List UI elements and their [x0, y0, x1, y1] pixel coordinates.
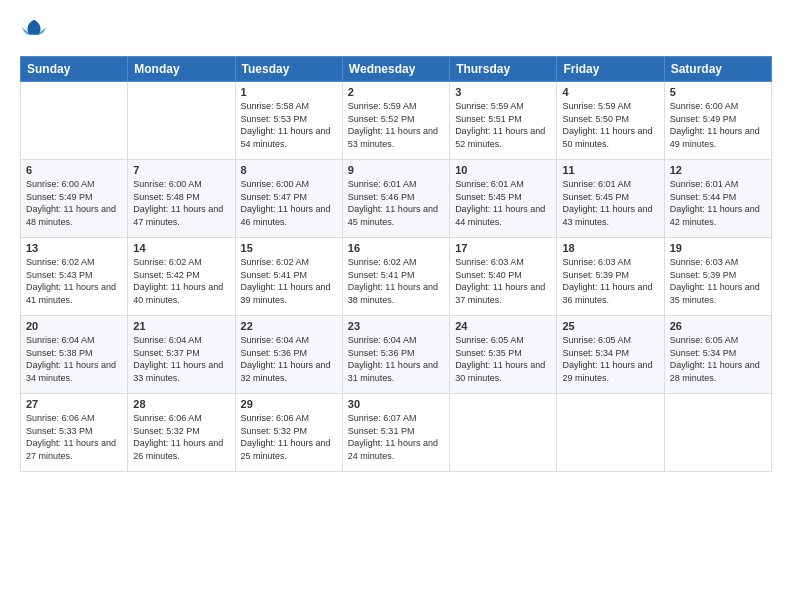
calendar-cell: 3 Sunrise: 5:59 AMSunset: 5:51 PMDayligh…: [450, 82, 557, 160]
calendar-cell: 10 Sunrise: 6:01 AMSunset: 5:45 PMDaylig…: [450, 160, 557, 238]
day-number: 29: [241, 398, 337, 410]
calendar-header-thursday: Thursday: [450, 57, 557, 82]
cell-sunrise: Sunrise: 6:06 AMSunset: 5:32 PMDaylight:…: [133, 413, 223, 461]
calendar-cell: 27 Sunrise: 6:06 AMSunset: 5:33 PMDaylig…: [21, 394, 128, 472]
day-number: 16: [348, 242, 444, 254]
cell-sunrise: Sunrise: 6:05 AMSunset: 5:34 PMDaylight:…: [562, 335, 652, 383]
day-number: 24: [455, 320, 551, 332]
day-number: 12: [670, 164, 766, 176]
cell-sunrise: Sunrise: 5:58 AMSunset: 5:53 PMDaylight:…: [241, 101, 331, 149]
calendar-cell: [21, 82, 128, 160]
day-number: 11: [562, 164, 658, 176]
cell-sunrise: Sunrise: 6:01 AMSunset: 5:45 PMDaylight:…: [455, 179, 545, 227]
calendar-header-friday: Friday: [557, 57, 664, 82]
cell-sunrise: Sunrise: 6:02 AMSunset: 5:41 PMDaylight:…: [241, 257, 331, 305]
day-number: 5: [670, 86, 766, 98]
cell-sunrise: Sunrise: 6:02 AMSunset: 5:43 PMDaylight:…: [26, 257, 116, 305]
calendar-cell: 17 Sunrise: 6:03 AMSunset: 5:40 PMDaylig…: [450, 238, 557, 316]
day-number: 26: [670, 320, 766, 332]
calendar-cell: 18 Sunrise: 6:03 AMSunset: 5:39 PMDaylig…: [557, 238, 664, 316]
day-number: 4: [562, 86, 658, 98]
cell-sunrise: Sunrise: 6:01 AMSunset: 5:46 PMDaylight:…: [348, 179, 438, 227]
calendar-week-2: 6 Sunrise: 6:00 AMSunset: 5:49 PMDayligh…: [21, 160, 772, 238]
calendar-header-saturday: Saturday: [664, 57, 771, 82]
day-number: 18: [562, 242, 658, 254]
cell-sunrise: Sunrise: 6:06 AMSunset: 5:32 PMDaylight:…: [241, 413, 331, 461]
calendar-cell: [450, 394, 557, 472]
calendar-week-3: 13 Sunrise: 6:02 AMSunset: 5:43 PMDaylig…: [21, 238, 772, 316]
day-number: 3: [455, 86, 551, 98]
cell-sunrise: Sunrise: 5:59 AMSunset: 5:52 PMDaylight:…: [348, 101, 438, 149]
cell-sunrise: Sunrise: 6:04 AMSunset: 5:36 PMDaylight:…: [348, 335, 438, 383]
cell-sunrise: Sunrise: 6:04 AMSunset: 5:38 PMDaylight:…: [26, 335, 116, 383]
calendar-cell: 15 Sunrise: 6:02 AMSunset: 5:41 PMDaylig…: [235, 238, 342, 316]
calendar-cell: 6 Sunrise: 6:00 AMSunset: 5:49 PMDayligh…: [21, 160, 128, 238]
calendar-cell: 1 Sunrise: 5:58 AMSunset: 5:53 PMDayligh…: [235, 82, 342, 160]
header: [20, 18, 772, 46]
calendar-cell: 21 Sunrise: 6:04 AMSunset: 5:37 PMDaylig…: [128, 316, 235, 394]
calendar-cell: 14 Sunrise: 6:02 AMSunset: 5:42 PMDaylig…: [128, 238, 235, 316]
day-number: 19: [670, 242, 766, 254]
day-number: 2: [348, 86, 444, 98]
cell-sunrise: Sunrise: 6:03 AMSunset: 5:39 PMDaylight:…: [562, 257, 652, 305]
cell-sunrise: Sunrise: 6:01 AMSunset: 5:45 PMDaylight:…: [562, 179, 652, 227]
calendar-cell: 13 Sunrise: 6:02 AMSunset: 5:43 PMDaylig…: [21, 238, 128, 316]
cell-sunrise: Sunrise: 6:01 AMSunset: 5:44 PMDaylight:…: [670, 179, 760, 227]
day-number: 10: [455, 164, 551, 176]
cell-sunrise: Sunrise: 6:03 AMSunset: 5:39 PMDaylight:…: [670, 257, 760, 305]
calendar-cell: 28 Sunrise: 6:06 AMSunset: 5:32 PMDaylig…: [128, 394, 235, 472]
day-number: 25: [562, 320, 658, 332]
calendar-cell: 16 Sunrise: 6:02 AMSunset: 5:41 PMDaylig…: [342, 238, 449, 316]
cell-sunrise: Sunrise: 6:07 AMSunset: 5:31 PMDaylight:…: [348, 413, 438, 461]
calendar-cell: 19 Sunrise: 6:03 AMSunset: 5:39 PMDaylig…: [664, 238, 771, 316]
calendar-cell: [664, 394, 771, 472]
day-number: 1: [241, 86, 337, 98]
day-number: 17: [455, 242, 551, 254]
calendar-cell: 5 Sunrise: 6:00 AMSunset: 5:49 PMDayligh…: [664, 82, 771, 160]
calendar-cell: 9 Sunrise: 6:01 AMSunset: 5:46 PMDayligh…: [342, 160, 449, 238]
cell-sunrise: Sunrise: 6:06 AMSunset: 5:33 PMDaylight:…: [26, 413, 116, 461]
day-number: 21: [133, 320, 229, 332]
day-number: 23: [348, 320, 444, 332]
calendar-week-1: 1 Sunrise: 5:58 AMSunset: 5:53 PMDayligh…: [21, 82, 772, 160]
cell-sunrise: Sunrise: 6:02 AMSunset: 5:42 PMDaylight:…: [133, 257, 223, 305]
day-number: 15: [241, 242, 337, 254]
calendar-cell: 29 Sunrise: 6:06 AMSunset: 5:32 PMDaylig…: [235, 394, 342, 472]
logo: [20, 18, 52, 46]
calendar-cell: 22 Sunrise: 6:04 AMSunset: 5:36 PMDaylig…: [235, 316, 342, 394]
cell-sunrise: Sunrise: 6:02 AMSunset: 5:41 PMDaylight:…: [348, 257, 438, 305]
calendar-cell: 25 Sunrise: 6:05 AMSunset: 5:34 PMDaylig…: [557, 316, 664, 394]
calendar-cell: [128, 82, 235, 160]
cell-sunrise: Sunrise: 6:05 AMSunset: 5:35 PMDaylight:…: [455, 335, 545, 383]
calendar-cell: 12 Sunrise: 6:01 AMSunset: 5:44 PMDaylig…: [664, 160, 771, 238]
calendar-header-sunday: Sunday: [21, 57, 128, 82]
cell-sunrise: Sunrise: 6:00 AMSunset: 5:47 PMDaylight:…: [241, 179, 331, 227]
day-number: 14: [133, 242, 229, 254]
cell-sunrise: Sunrise: 5:59 AMSunset: 5:51 PMDaylight:…: [455, 101, 545, 149]
day-number: 9: [348, 164, 444, 176]
calendar-cell: [557, 394, 664, 472]
day-number: 8: [241, 164, 337, 176]
day-number: 13: [26, 242, 122, 254]
cell-sunrise: Sunrise: 6:03 AMSunset: 5:40 PMDaylight:…: [455, 257, 545, 305]
calendar-cell: 4 Sunrise: 5:59 AMSunset: 5:50 PMDayligh…: [557, 82, 664, 160]
logo-icon: [20, 18, 48, 46]
calendar-header-monday: Monday: [128, 57, 235, 82]
calendar-cell: 7 Sunrise: 6:00 AMSunset: 5:48 PMDayligh…: [128, 160, 235, 238]
day-number: 20: [26, 320, 122, 332]
calendar-header-tuesday: Tuesday: [235, 57, 342, 82]
cell-sunrise: Sunrise: 6:05 AMSunset: 5:34 PMDaylight:…: [670, 335, 760, 383]
cell-sunrise: Sunrise: 6:04 AMSunset: 5:37 PMDaylight:…: [133, 335, 223, 383]
calendar-cell: 20 Sunrise: 6:04 AMSunset: 5:38 PMDaylig…: [21, 316, 128, 394]
calendar-cell: 2 Sunrise: 5:59 AMSunset: 5:52 PMDayligh…: [342, 82, 449, 160]
calendar-cell: 26 Sunrise: 6:05 AMSunset: 5:34 PMDaylig…: [664, 316, 771, 394]
calendar-header-row: SundayMondayTuesdayWednesdayThursdayFrid…: [21, 57, 772, 82]
calendar-cell: 23 Sunrise: 6:04 AMSunset: 5:36 PMDaylig…: [342, 316, 449, 394]
calendar-table: SundayMondayTuesdayWednesdayThursdayFrid…: [20, 56, 772, 472]
page: SundayMondayTuesdayWednesdayThursdayFrid…: [0, 0, 792, 612]
calendar-week-4: 20 Sunrise: 6:04 AMSunset: 5:38 PMDaylig…: [21, 316, 772, 394]
cell-sunrise: Sunrise: 6:00 AMSunset: 5:49 PMDaylight:…: [26, 179, 116, 227]
cell-sunrise: Sunrise: 5:59 AMSunset: 5:50 PMDaylight:…: [562, 101, 652, 149]
cell-sunrise: Sunrise: 6:00 AMSunset: 5:48 PMDaylight:…: [133, 179, 223, 227]
calendar-cell: 30 Sunrise: 6:07 AMSunset: 5:31 PMDaylig…: [342, 394, 449, 472]
